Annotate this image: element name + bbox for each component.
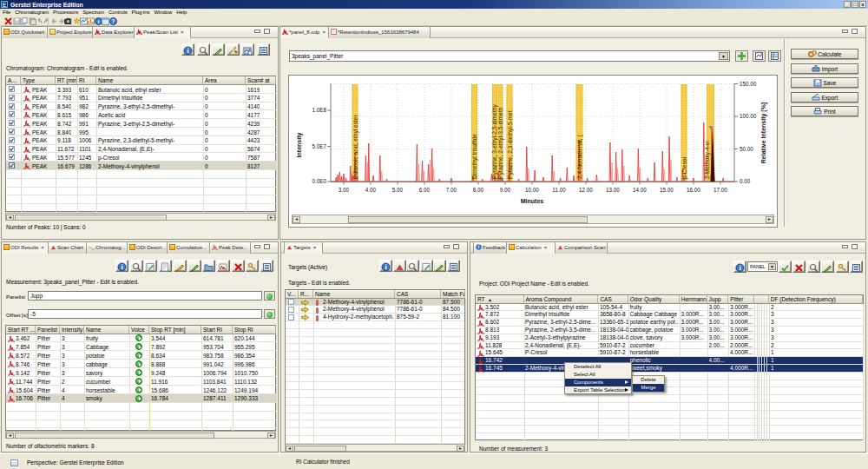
svg-text:Dimethyl trisulfide: Dimethyl trisulfide bbox=[471, 134, 478, 179]
svg-text:4.00: 4.00 bbox=[365, 187, 377, 193]
svg-text:?: ? bbox=[111, 18, 115, 24]
svg-text:100.00: 100.00 bbox=[740, 113, 757, 119]
svg-text:Minutes: Minutes bbox=[521, 198, 544, 204]
svg-text:2-Methoxy-4-vi: 2-Methoxy-4-vi bbox=[704, 141, 711, 179]
svg-text:2,4-Nonadienal, (: 2,4-Nonadienal, ( bbox=[576, 135, 583, 179]
svg-text:1.0E8: 1.0E8 bbox=[312, 107, 327, 113]
svg-text:12.00: 12.00 bbox=[579, 187, 593, 193]
svg-text:p-Cresol: p-Cresol bbox=[681, 157, 688, 179]
svg-text:5.0E7: 5.0E7 bbox=[312, 143, 327, 149]
svg-text:Butanoic acid, ethyl ester: Butanoic acid, ethyl ester bbox=[352, 115, 359, 179]
svg-text:Relative Intensity [%]: Relative Intensity [%] bbox=[760, 102, 767, 163]
svg-text:Pyrazine, 2,3-diethyl-5-met: Pyrazine, 2,3-diethyl-5-met bbox=[507, 110, 514, 179]
svg-text:Pyrazine, 2-ethyl-3,5-dimeth: Pyrazine, 2-ethyl-3,5-dimeth bbox=[497, 107, 504, 179]
svg-text:14.00: 14.00 bbox=[633, 187, 647, 193]
svg-text:10.00: 10.00 bbox=[525, 187, 539, 193]
svg-text:i: i bbox=[98, 18, 100, 25]
svg-text:0.0E0: 0.0E0 bbox=[312, 178, 327, 184]
svg-text:8.00: 8.00 bbox=[473, 187, 484, 193]
svg-text:16.00: 16.00 bbox=[687, 187, 700, 193]
svg-text:9.00: 9.00 bbox=[500, 187, 511, 193]
svg-text:6.00: 6.00 bbox=[419, 187, 431, 193]
svg-text:Intensity: Intensity bbox=[296, 133, 303, 158]
svg-text:5.00: 5.00 bbox=[392, 187, 404, 193]
svg-text:11.00: 11.00 bbox=[552, 187, 566, 193]
svg-text:13.00: 13.00 bbox=[606, 187, 620, 193]
svg-text:3.00: 3.00 bbox=[339, 187, 350, 193]
svg-text:7.00: 7.00 bbox=[446, 187, 457, 193]
svg-text:150.00: 150.00 bbox=[740, 81, 757, 87]
svg-text:50.00: 50.00 bbox=[740, 146, 753, 152]
svg-text:15.00: 15.00 bbox=[660, 187, 674, 193]
svg-text:17.00: 17.00 bbox=[713, 187, 727, 193]
svg-text:0.00: 0.00 bbox=[740, 178, 751, 184]
